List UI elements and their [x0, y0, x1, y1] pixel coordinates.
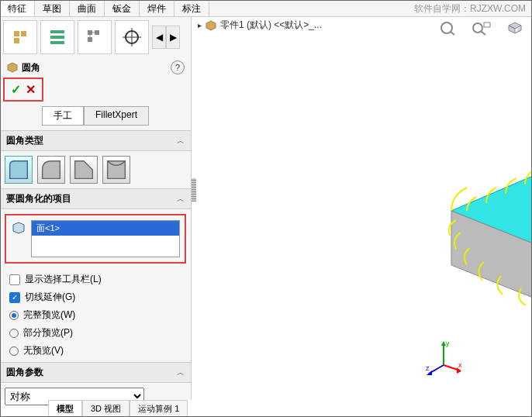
- tab-annotate[interactable]: 标注: [174, 0, 209, 16]
- target-icon[interactable]: [115, 20, 149, 54]
- fillet-type-header[interactable]: 圆角类型 ︿: [0, 130, 191, 151]
- svg-rect-15: [484, 22, 490, 27]
- full-round-btn[interactable]: [102, 156, 130, 184]
- selection-box: 面<1>: [5, 214, 186, 264]
- tab-surface[interactable]: 曲面: [70, 0, 105, 16]
- x-axis-label: x: [458, 361, 462, 369]
- view-triad[interactable]: y x z: [424, 338, 463, 377]
- face-fillet-btn[interactable]: [70, 156, 98, 184]
- svg-point-11: [441, 22, 452, 33]
- watermark: 软件自学网：RJZXW.COM: [408, 0, 532, 16]
- property-panel-icon[interactable]: [40, 20, 74, 54]
- face-icon: [11, 220, 26, 236]
- zoom-area-icon[interactable]: [467, 17, 495, 39]
- variable-fillet-btn[interactable]: [37, 156, 65, 184]
- items-header[interactable]: 要圆角化的项目 ︿: [0, 188, 191, 209]
- params-header[interactable]: 圆角参数 ︿: [0, 362, 191, 383]
- no-preview-radio[interactable]: 无预览(V): [9, 344, 181, 357]
- svg-rect-3: [88, 30, 92, 35]
- doc-breadcrumb[interactable]: ▸ 零件1 (默认) <<默认>_...: [198, 19, 322, 32]
- svg-rect-1: [50, 36, 64, 39]
- 3d-viewport[interactable]: ▸ 零件1 (默认) <<默认>_...: [192, 17, 532, 400]
- part-icon: [205, 19, 217, 32]
- manual-mode-btn[interactable]: 手工: [42, 106, 84, 126]
- svg-rect-4: [95, 30, 99, 35]
- tab-model[interactable]: 模型: [48, 401, 82, 417]
- 3d-model[interactable]: [413, 110, 532, 335]
- view-orientation-icon[interactable]: [501, 17, 529, 39]
- tab-sheetmetal[interactable]: 钣金: [105, 0, 140, 16]
- panel-right-arrow[interactable]: ▶: [166, 26, 180, 49]
- tab-motion[interactable]: 运动算例 1: [130, 401, 188, 417]
- panel-resize-handle[interactable]: [192, 178, 196, 202]
- svg-rect-2: [50, 41, 64, 44]
- ok-button[interactable]: ✓: [11, 82, 21, 97]
- selection-list[interactable]: 面<1>: [31, 220, 180, 257]
- full-preview-radio[interactable]: 完整预览(W): [9, 308, 181, 322]
- y-axis-label: y: [446, 339, 450, 347]
- svg-line-12: [451, 32, 454, 35]
- z-axis-label: z: [426, 364, 430, 372]
- filletxpert-btn[interactable]: FilletXpert: [84, 106, 149, 126]
- fillet-icon: [6, 61, 19, 74]
- property-manager: ◀ ▶ 圆角 ? ✓ ✕ 手工 FilletXpert 圆角类型 ︿ 要圆角化的: [0, 17, 192, 400]
- config-icon[interactable]: [78, 20, 112, 54]
- panel-left-arrow[interactable]: ◀: [152, 26, 166, 49]
- tab-weldment[interactable]: 焊件: [140, 0, 174, 16]
- svg-rect-5: [88, 37, 92, 42]
- help-icon[interactable]: ?: [171, 60, 185, 74]
- tab-sketch[interactable]: 草图: [35, 0, 70, 16]
- svg-rect-0: [50, 30, 64, 33]
- feature-header: 圆角 ?: [0, 57, 191, 78]
- tangent-check[interactable]: ✓切线延伸(G): [9, 291, 181, 304]
- tab-feature[interactable]: 特征: [0, 0, 35, 16]
- feature-title: 圆角: [22, 61, 40, 74]
- list-item[interactable]: 面<1>: [32, 221, 179, 236]
- show-toolbar-check[interactable]: 显示选择工具栏(L): [9, 273, 181, 286]
- partial-preview-radio[interactable]: 部分预览(P): [9, 326, 181, 339]
- tab-3dview[interactable]: 3D 视图: [82, 401, 130, 417]
- cancel-button[interactable]: ✕: [26, 82, 36, 97]
- chevron-up-icon[interactable]: ︿: [177, 194, 185, 205]
- zoom-fit-icon[interactable]: [433, 17, 461, 39]
- svg-line-14: [481, 31, 485, 35]
- feature-tree-icon[interactable]: [3, 20, 37, 54]
- chevron-up-icon[interactable]: ︿: [177, 136, 185, 146]
- constant-fillet-btn[interactable]: [5, 156, 33, 184]
- confirm-cancel-row: ✓ ✕: [3, 78, 43, 102]
- chevron-up-icon[interactable]: ︿: [177, 367, 185, 378]
